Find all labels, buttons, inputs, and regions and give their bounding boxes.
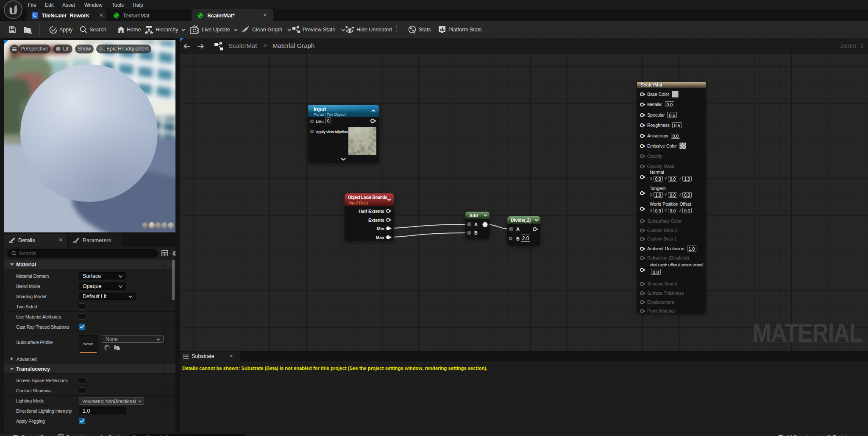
svg-text:i: i (414, 30, 415, 34)
